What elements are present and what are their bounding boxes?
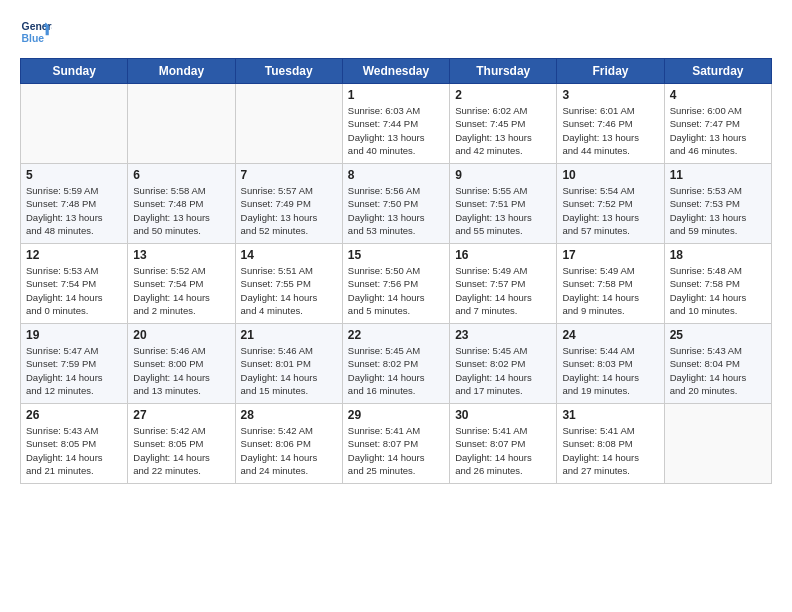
day-info: Sunrise: 5:41 AM Sunset: 8:07 PM Dayligh… bbox=[348, 424, 444, 477]
day-number: 23 bbox=[455, 328, 551, 342]
day-number: 2 bbox=[455, 88, 551, 102]
calendar-day-10: 10Sunrise: 5:54 AM Sunset: 7:52 PM Dayli… bbox=[557, 164, 664, 244]
calendar-day-27: 27Sunrise: 5:42 AM Sunset: 8:05 PM Dayli… bbox=[128, 404, 235, 484]
calendar-day-empty bbox=[21, 84, 128, 164]
calendar-day-22: 22Sunrise: 5:45 AM Sunset: 8:02 PM Dayli… bbox=[342, 324, 449, 404]
calendar-day-16: 16Sunrise: 5:49 AM Sunset: 7:57 PM Dayli… bbox=[450, 244, 557, 324]
day-number: 7 bbox=[241, 168, 337, 182]
calendar-day-19: 19Sunrise: 5:47 AM Sunset: 7:59 PM Dayli… bbox=[21, 324, 128, 404]
day-info: Sunrise: 5:47 AM Sunset: 7:59 PM Dayligh… bbox=[26, 344, 122, 397]
day-info: Sunrise: 5:57 AM Sunset: 7:49 PM Dayligh… bbox=[241, 184, 337, 237]
calendar-day-12: 12Sunrise: 5:53 AM Sunset: 7:54 PM Dayli… bbox=[21, 244, 128, 324]
weekday-header-thursday: Thursday bbox=[450, 59, 557, 84]
day-info: Sunrise: 5:42 AM Sunset: 8:05 PM Dayligh… bbox=[133, 424, 229, 477]
calendar-day-18: 18Sunrise: 5:48 AM Sunset: 7:58 PM Dayli… bbox=[664, 244, 771, 324]
day-number: 31 bbox=[562, 408, 658, 422]
calendar-day-29: 29Sunrise: 5:41 AM Sunset: 8:07 PM Dayli… bbox=[342, 404, 449, 484]
day-info: Sunrise: 6:02 AM Sunset: 7:45 PM Dayligh… bbox=[455, 104, 551, 157]
calendar-day-24: 24Sunrise: 5:44 AM Sunset: 8:03 PM Dayli… bbox=[557, 324, 664, 404]
calendar-day-1: 1Sunrise: 6:03 AM Sunset: 7:44 PM Daylig… bbox=[342, 84, 449, 164]
calendar-day-empty bbox=[664, 404, 771, 484]
calendar-week-row: 12Sunrise: 5:53 AM Sunset: 7:54 PM Dayli… bbox=[21, 244, 772, 324]
day-info: Sunrise: 5:56 AM Sunset: 7:50 PM Dayligh… bbox=[348, 184, 444, 237]
calendar-day-5: 5Sunrise: 5:59 AM Sunset: 7:48 PM Daylig… bbox=[21, 164, 128, 244]
day-number: 28 bbox=[241, 408, 337, 422]
day-info: Sunrise: 6:00 AM Sunset: 7:47 PM Dayligh… bbox=[670, 104, 766, 157]
day-number: 16 bbox=[455, 248, 551, 262]
day-number: 11 bbox=[670, 168, 766, 182]
weekday-header-row: SundayMondayTuesdayWednesdayThursdayFrid… bbox=[21, 59, 772, 84]
page-header: General Blue bbox=[20, 16, 772, 48]
day-info: Sunrise: 5:52 AM Sunset: 7:54 PM Dayligh… bbox=[133, 264, 229, 317]
calendar-day-28: 28Sunrise: 5:42 AM Sunset: 8:06 PM Dayli… bbox=[235, 404, 342, 484]
calendar-day-14: 14Sunrise: 5:51 AM Sunset: 7:55 PM Dayli… bbox=[235, 244, 342, 324]
calendar-table: SundayMondayTuesdayWednesdayThursdayFrid… bbox=[20, 58, 772, 484]
calendar-day-empty bbox=[128, 84, 235, 164]
calendar-day-9: 9Sunrise: 5:55 AM Sunset: 7:51 PM Daylig… bbox=[450, 164, 557, 244]
day-info: Sunrise: 5:44 AM Sunset: 8:03 PM Dayligh… bbox=[562, 344, 658, 397]
calendar-day-6: 6Sunrise: 5:58 AM Sunset: 7:48 PM Daylig… bbox=[128, 164, 235, 244]
day-number: 10 bbox=[562, 168, 658, 182]
day-info: Sunrise: 5:53 AM Sunset: 7:53 PM Dayligh… bbox=[670, 184, 766, 237]
calendar-day-7: 7Sunrise: 5:57 AM Sunset: 7:49 PM Daylig… bbox=[235, 164, 342, 244]
day-info: Sunrise: 5:55 AM Sunset: 7:51 PM Dayligh… bbox=[455, 184, 551, 237]
calendar-week-row: 5Sunrise: 5:59 AM Sunset: 7:48 PM Daylig… bbox=[21, 164, 772, 244]
calendar-day-26: 26Sunrise: 5:43 AM Sunset: 8:05 PM Dayli… bbox=[21, 404, 128, 484]
day-number: 22 bbox=[348, 328, 444, 342]
day-number: 18 bbox=[670, 248, 766, 262]
day-info: Sunrise: 5:49 AM Sunset: 7:57 PM Dayligh… bbox=[455, 264, 551, 317]
day-number: 9 bbox=[455, 168, 551, 182]
day-number: 30 bbox=[455, 408, 551, 422]
weekday-header-tuesday: Tuesday bbox=[235, 59, 342, 84]
day-number: 14 bbox=[241, 248, 337, 262]
calendar-day-empty bbox=[235, 84, 342, 164]
weekday-header-saturday: Saturday bbox=[664, 59, 771, 84]
calendar-day-2: 2Sunrise: 6:02 AM Sunset: 7:45 PM Daylig… bbox=[450, 84, 557, 164]
logo-icon: General Blue bbox=[20, 16, 52, 48]
logo: General Blue bbox=[20, 16, 52, 48]
calendar-day-13: 13Sunrise: 5:52 AM Sunset: 7:54 PM Dayli… bbox=[128, 244, 235, 324]
day-number: 1 bbox=[348, 88, 444, 102]
day-number: 4 bbox=[670, 88, 766, 102]
day-number: 26 bbox=[26, 408, 122, 422]
day-info: Sunrise: 5:41 AM Sunset: 8:08 PM Dayligh… bbox=[562, 424, 658, 477]
day-number: 24 bbox=[562, 328, 658, 342]
day-number: 5 bbox=[26, 168, 122, 182]
calendar-day-23: 23Sunrise: 5:45 AM Sunset: 8:02 PM Dayli… bbox=[450, 324, 557, 404]
day-number: 3 bbox=[562, 88, 658, 102]
calendar-week-row: 1Sunrise: 6:03 AM Sunset: 7:44 PM Daylig… bbox=[21, 84, 772, 164]
calendar-day-30: 30Sunrise: 5:41 AM Sunset: 8:07 PM Dayli… bbox=[450, 404, 557, 484]
day-number: 21 bbox=[241, 328, 337, 342]
day-info: Sunrise: 5:46 AM Sunset: 8:01 PM Dayligh… bbox=[241, 344, 337, 397]
day-info: Sunrise: 5:42 AM Sunset: 8:06 PM Dayligh… bbox=[241, 424, 337, 477]
day-info: Sunrise: 5:43 AM Sunset: 8:05 PM Dayligh… bbox=[26, 424, 122, 477]
calendar-day-21: 21Sunrise: 5:46 AM Sunset: 8:01 PM Dayli… bbox=[235, 324, 342, 404]
day-info: Sunrise: 5:41 AM Sunset: 8:07 PM Dayligh… bbox=[455, 424, 551, 477]
day-info: Sunrise: 5:46 AM Sunset: 8:00 PM Dayligh… bbox=[133, 344, 229, 397]
day-number: 25 bbox=[670, 328, 766, 342]
page-container: General Blue SundayMondayTuesdayWednesda… bbox=[0, 0, 792, 494]
calendar-day-20: 20Sunrise: 5:46 AM Sunset: 8:00 PM Dayli… bbox=[128, 324, 235, 404]
calendar-day-31: 31Sunrise: 5:41 AM Sunset: 8:08 PM Dayli… bbox=[557, 404, 664, 484]
day-info: Sunrise: 5:43 AM Sunset: 8:04 PM Dayligh… bbox=[670, 344, 766, 397]
calendar-day-25: 25Sunrise: 5:43 AM Sunset: 8:04 PM Dayli… bbox=[664, 324, 771, 404]
day-info: Sunrise: 6:03 AM Sunset: 7:44 PM Dayligh… bbox=[348, 104, 444, 157]
svg-text:Blue: Blue bbox=[22, 33, 45, 44]
day-number: 12 bbox=[26, 248, 122, 262]
day-number: 15 bbox=[348, 248, 444, 262]
day-number: 6 bbox=[133, 168, 229, 182]
calendar-week-row: 26Sunrise: 5:43 AM Sunset: 8:05 PM Dayli… bbox=[21, 404, 772, 484]
day-number: 20 bbox=[133, 328, 229, 342]
day-info: Sunrise: 6:01 AM Sunset: 7:46 PM Dayligh… bbox=[562, 104, 658, 157]
calendar-day-11: 11Sunrise: 5:53 AM Sunset: 7:53 PM Dayli… bbox=[664, 164, 771, 244]
day-number: 19 bbox=[26, 328, 122, 342]
calendar-day-3: 3Sunrise: 6:01 AM Sunset: 7:46 PM Daylig… bbox=[557, 84, 664, 164]
calendar-day-15: 15Sunrise: 5:50 AM Sunset: 7:56 PM Dayli… bbox=[342, 244, 449, 324]
day-info: Sunrise: 5:58 AM Sunset: 7:48 PM Dayligh… bbox=[133, 184, 229, 237]
calendar-day-17: 17Sunrise: 5:49 AM Sunset: 7:58 PM Dayli… bbox=[557, 244, 664, 324]
day-info: Sunrise: 5:45 AM Sunset: 8:02 PM Dayligh… bbox=[348, 344, 444, 397]
weekday-header-friday: Friday bbox=[557, 59, 664, 84]
day-number: 8 bbox=[348, 168, 444, 182]
weekday-header-sunday: Sunday bbox=[21, 59, 128, 84]
calendar-week-row: 19Sunrise: 5:47 AM Sunset: 7:59 PM Dayli… bbox=[21, 324, 772, 404]
